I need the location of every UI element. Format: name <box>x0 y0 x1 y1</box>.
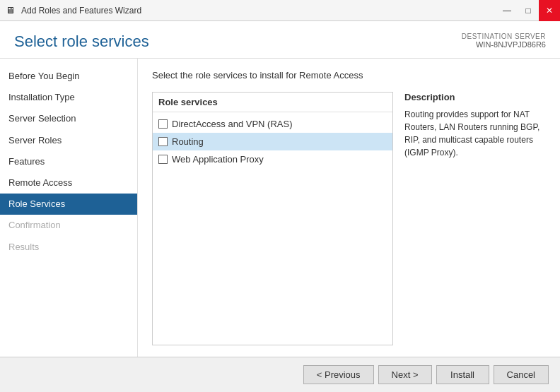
cancel-button[interactable]: Cancel <box>494 365 549 384</box>
service-item-directaccess[interactable]: DirectAccess and VPN (RAS) <box>153 115 392 133</box>
dest-server-label: DESTINATION SERVER <box>462 32 546 40</box>
close-button[interactable]: ✕ <box>539 0 560 21</box>
sidebar: Before You Begin Installation Type Serve… <box>0 59 138 357</box>
dest-server-name: WIN-8NJVPJD86R6 <box>462 40 546 49</box>
service-label-routing: Routing <box>172 136 204 147</box>
sidebar-item-role-services[interactable]: Role Services <box>0 194 137 215</box>
service-label-web-app-proxy: Web Application Proxy <box>172 154 264 165</box>
role-services-header: Role services <box>153 93 392 112</box>
title-bar-title: Add Roles and Features Wizard <box>21 6 141 16</box>
minimize-button[interactable]: — <box>496 0 518 21</box>
title-bar-controls: — □ ✕ <box>496 0 560 21</box>
install-button[interactable]: Install <box>436 365 489 384</box>
sidebar-item-before-you-begin[interactable]: Before You Begin <box>0 66 137 87</box>
description-text: Routing provides support for NAT Routers… <box>404 108 546 159</box>
sidebar-item-confirmation: Confirmation <box>0 215 137 236</box>
service-label-directaccess: DirectAccess and VPN (RAS) <box>172 119 293 129</box>
content-area: Before You Begin Installation Type Serve… <box>0 59 560 357</box>
role-services-list: DirectAccess and VPN (RAS) Routing Web A… <box>153 112 392 171</box>
title-bar-left: 🖥 Add Roles and Features Wizard <box>6 5 141 16</box>
service-checkbox-web-app-proxy[interactable] <box>158 155 168 164</box>
main-instruction: Select the role services to install for … <box>152 70 546 81</box>
destination-server: DESTINATION SERVER WIN-8NJVPJD86R6 <box>462 32 546 49</box>
sidebar-item-installation-type[interactable]: Installation Type <box>0 87 137 108</box>
main-window: Select role services DESTINATION SERVER … <box>0 21 560 392</box>
service-checkbox-directaccess[interactable] <box>158 119 168 129</box>
sidebar-item-features[interactable]: Features <box>0 151 137 172</box>
main-panel: Select the role services to install for … <box>138 59 560 357</box>
role-services-panel: Role services DirectAccess and VPN (RAS)… <box>152 92 393 345</box>
description-title: Description <box>404 92 546 102</box>
sidebar-item-server-selection[interactable]: Server Selection <box>0 108 137 129</box>
description-panel: Description Routing provides support for… <box>404 92 546 345</box>
service-checkbox-routing[interactable] <box>158 137 168 146</box>
sidebar-item-results: Results <box>0 237 137 258</box>
service-item-web-app-proxy[interactable]: Web Application Proxy <box>153 150 392 168</box>
previous-button[interactable]: < Previous <box>303 365 374 384</box>
two-column-layout: Role services DirectAccess and VPN (RAS)… <box>152 92 546 345</box>
page-title: Select role services <box>14 32 149 51</box>
maximize-button[interactable]: □ <box>518 0 539 21</box>
app-icon: 🖥 <box>6 5 17 16</box>
header: Select role services DESTINATION SERVER … <box>0 21 560 59</box>
sidebar-item-remote-access[interactable]: Remote Access <box>0 172 137 194</box>
next-button[interactable]: Next > <box>378 365 432 384</box>
footer: < Previous Next > Install Cancel <box>0 357 560 392</box>
service-item-routing[interactable]: Routing <box>153 133 392 150</box>
title-bar: 🖥 Add Roles and Features Wizard — □ ✕ <box>0 0 560 21</box>
sidebar-item-server-roles[interactable]: Server Roles <box>0 130 137 151</box>
